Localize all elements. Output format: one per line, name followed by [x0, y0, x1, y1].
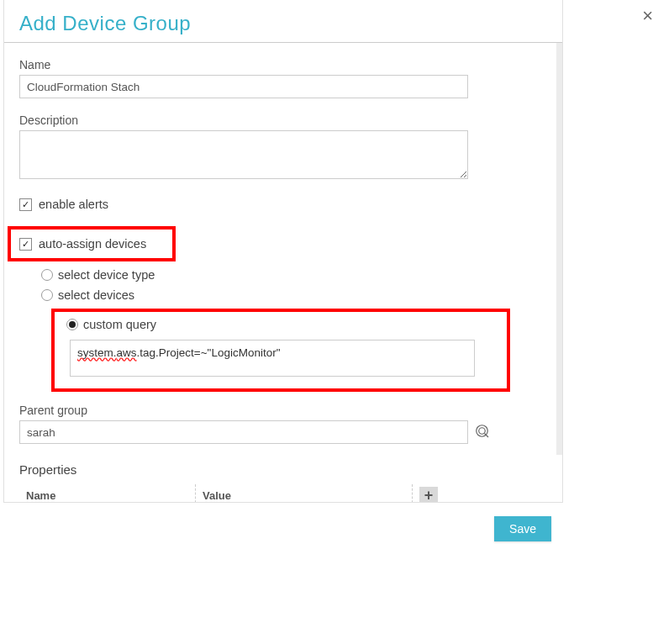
properties-add-cell: +: [413, 482, 445, 502]
properties-table-header: Name Value +: [19, 482, 547, 502]
custom-query-radio[interactable]: [66, 319, 78, 330]
dialog-body: Name Description ✓ enable alerts ✓ auto-…: [4, 43, 562, 502]
auto-assign-block: ✓ auto-assign devices select device type…: [19, 226, 547, 392]
name-field-block: Name: [19, 58, 547, 98]
dialog-footer: Save: [0, 503, 560, 541]
custom-query-row[interactable]: custom query: [66, 318, 495, 331]
properties-col-value: Value: [196, 484, 413, 503]
select-devices-row[interactable]: select devices: [41, 288, 547, 302]
select-device-type-radio[interactable]: [41, 269, 53, 281]
auto-assign-checkbox[interactable]: ✓: [19, 238, 32, 251]
enable-alerts-label: enable alerts: [39, 198, 108, 211]
dialog-title: Add Device Group: [19, 12, 547, 35]
name-label: Name: [19, 58, 547, 71]
parent-group-label: Parent group: [19, 404, 547, 417]
custom-query-highlight: custom query system.aws.tag.Project=~"Lo…: [51, 309, 510, 392]
parent-group-input[interactable]: [19, 420, 468, 444]
description-label: Description: [19, 113, 547, 127]
enable-alerts-checkbox[interactable]: ✓: [19, 198, 32, 211]
add-device-group-dialog: × Add Device Group Name Description ✓ en…: [3, 0, 563, 503]
parent-group-wrap: [19, 420, 468, 444]
save-button[interactable]: Save: [494, 516, 551, 541]
description-field-block: Description: [19, 113, 547, 182]
parent-group-block: Parent group: [19, 404, 547, 444]
custom-query-text: system.aws.tag.Project=~"LogicMonitor": [77, 346, 280, 359]
magnify-icon[interactable]: [475, 424, 492, 441]
enable-alerts-row[interactable]: ✓ enable alerts: [19, 198, 547, 211]
properties-col-name: Name: [19, 484, 196, 503]
scrollbar-track[interactable]: [556, 43, 562, 455]
svg-point-1: [479, 428, 486, 435]
custom-query-input[interactable]: system.aws.tag.Project=~"LogicMonitor": [70, 340, 475, 377]
custom-query-label: custom query: [83, 318, 156, 331]
description-textarea[interactable]: [19, 130, 468, 179]
close-icon[interactable]: ×: [642, 7, 653, 25]
properties-block: Properties Name Value +: [19, 462, 547, 502]
select-devices-label: select devices: [58, 288, 134, 302]
name-input[interactable]: [19, 75, 468, 98]
properties-section-label: Properties: [19, 462, 547, 477]
auto-assign-options: select device type select devices custom…: [41, 268, 547, 392]
dialog-header: Add Device Group: [4, 0, 562, 43]
select-device-type-row[interactable]: select device type: [41, 268, 547, 282]
add-property-button[interactable]: +: [419, 487, 438, 502]
auto-assign-highlight: ✓ auto-assign devices: [8, 226, 176, 261]
select-devices-radio[interactable]: [41, 289, 53, 301]
auto-assign-label: auto-assign devices: [39, 237, 146, 251]
select-device-type-label: select device type: [58, 268, 155, 282]
